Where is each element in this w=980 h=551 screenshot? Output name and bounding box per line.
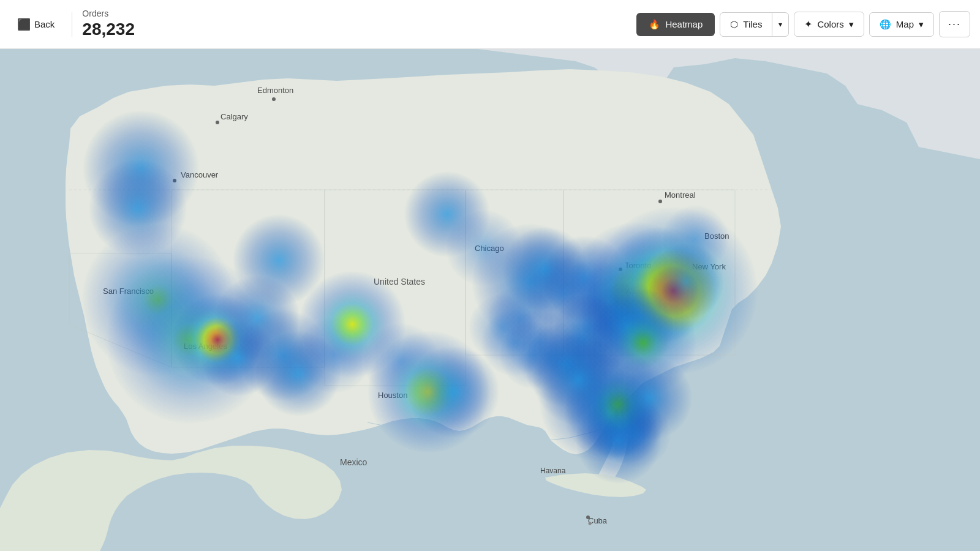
tiles-button[interactable]: ⬡ Tiles: [720, 12, 772, 37]
svg-text:Havana: Havana: [540, 467, 566, 475]
heatmap-icon: 🔥: [649, 19, 660, 30]
colors-button[interactable]: ✦ Colors ▾: [794, 12, 864, 37]
tiles-label: Tiles: [743, 19, 762, 29]
orders-info: Orders 28,232: [82, 9, 636, 39]
svg-text:Houston: Houston: [378, 391, 407, 400]
map-chevron-icon: ▾: [919, 19, 924, 30]
svg-text:Calgary: Calgary: [221, 112, 248, 121]
svg-text:United States: United States: [374, 277, 425, 287]
svg-point-23: [589, 522, 592, 525]
svg-text:Edmonton: Edmonton: [257, 86, 293, 95]
svg-text:Mexico: Mexico: [340, 457, 368, 467]
colors-icon: ✦: [804, 18, 812, 30]
map-label: Map: [896, 19, 914, 29]
svg-point-2: [216, 121, 219, 124]
heatmap-label: Heatmap: [665, 19, 703, 29]
more-button[interactable]: ···: [939, 11, 970, 37]
svg-point-3: [272, 97, 276, 101]
svg-text:Boston: Boston: [704, 231, 729, 241]
back-icon: ⬛: [17, 18, 31, 31]
svg-text:Washington: Washington: [625, 287, 666, 296]
svg-text:Montreal: Montreal: [665, 190, 696, 200]
chevron-down-icon: ▾: [778, 20, 782, 29]
back-label: Back: [34, 19, 55, 29]
tiles-group: ⬡ Tiles ▾: [720, 12, 789, 37]
colors-label: Colors: [817, 19, 843, 29]
svg-point-5: [658, 200, 662, 203]
map-icon: 🌐: [880, 19, 891, 30]
orders-label: Orders: [82, 9, 636, 19]
map-button[interactable]: 🌐 Map ▾: [869, 12, 934, 37]
svg-text:Toronto: Toronto: [625, 261, 651, 270]
svg-text:New York: New York: [692, 262, 726, 271]
svg-point-4: [619, 268, 622, 271]
back-button[interactable]: ⬛ Back: [10, 14, 62, 35]
orders-count: 28,232: [82, 19, 636, 40]
svg-text:Chicago: Chicago: [475, 244, 504, 253]
more-icon: ···: [948, 18, 961, 31]
tiles-dropdown-button[interactable]: ▾: [772, 12, 789, 37]
svg-point-1: [173, 179, 176, 182]
tiles-icon: ⬡: [730, 19, 738, 30]
map-container: Vancouver Calgary Edmonton Toronto Montr…: [0, 49, 980, 551]
header-divider: [72, 12, 72, 37]
svg-text:Los Angeles: Los Angeles: [184, 342, 227, 351]
map-svg: Vancouver Calgary Edmonton Toronto Montr…: [0, 49, 980, 551]
toolbar-right: 🔥 Heatmap ⬡ Tiles ▾ ✦ Colors ▾ 🌐 Map ▾ ·…: [636, 11, 970, 37]
svg-text:San Francisco: San Francisco: [103, 287, 154, 296]
heatmap-button[interactable]: 🔥 Heatmap: [636, 13, 715, 36]
colors-chevron-icon: ▾: [849, 19, 854, 30]
svg-text:Vancouver: Vancouver: [181, 170, 219, 179]
